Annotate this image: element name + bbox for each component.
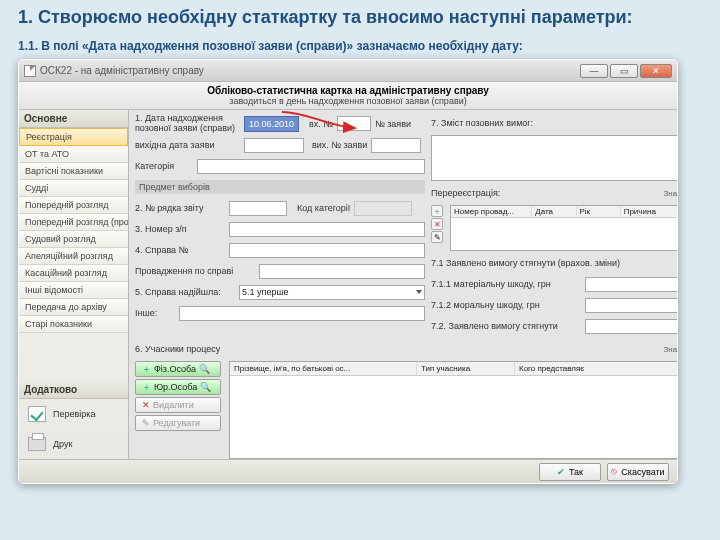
sidebar-item-value-indicators[interactable]: Вартісні показники [19, 163, 128, 180]
participants-col-name: Прізвище, ім'я, по батькові ос... [230, 362, 417, 375]
mini-table-actions: ＋ ✕ ✎ [431, 205, 443, 243]
vx-no-label: вх. № [309, 119, 333, 129]
sidebar-item-registration[interactable]: Реєстрація [19, 128, 128, 146]
rereg-count-badge: Значень: 0 [663, 189, 677, 198]
cancel-button[interactable]: ⦸Скасувати [607, 463, 669, 481]
sidebar-item-judges[interactable]: Судді [19, 180, 128, 197]
add-row-button[interactable]: ＋ [431, 205, 443, 217]
edit-row-button[interactable]: ✎ [431, 231, 443, 243]
claim-recover-field[interactable] [585, 319, 677, 334]
outgoing-no-field[interactable] [371, 138, 421, 153]
field-71-label: 7.1 Заявлено вимогу стягнути (врахов. зм… [431, 258, 620, 268]
search-icon: 🔍 [199, 364, 210, 374]
no-zayavi-label: № заяви [375, 119, 411, 129]
document-icon [24, 65, 36, 77]
add-company-button[interactable]: ＋Юр.Особа🔍 [135, 379, 221, 395]
field-72-label: 7.2. Заявлено вимогу стягнути [431, 321, 581, 331]
other-label: Інше: [135, 308, 175, 318]
rereg-label: Перереєстрація: [431, 188, 500, 198]
check-icon: ✔ [557, 467, 565, 477]
app-header-subtitle: заводиться в день надходження позовної з… [19, 96, 677, 106]
category-code-field[interactable] [354, 201, 412, 216]
field-712-label: 7.1.2 моральну шкоду, грн [431, 300, 581, 310]
outgoing-date-label: вихідна дата заяви [135, 140, 240, 150]
sidebar-item-other-info[interactable]: Інші відомості [19, 282, 128, 299]
sidebar-item-cassation[interactable]: Касаційний розгляд [19, 265, 128, 282]
field-3-label: 3. Номер з/п [135, 224, 225, 234]
minimize-button[interactable]: — [580, 64, 608, 78]
ok-button[interactable]: ✔Так [539, 463, 601, 481]
participants-count-badge: Значень: 0 [663, 345, 677, 354]
app-window: ОСК22 - на адміністративну справу — ▭ ✕ … [18, 59, 678, 484]
case-arrived-select[interactable]: 5.1 уперше [239, 285, 425, 300]
delete-row-button[interactable]: ✕ [431, 218, 443, 230]
field-2-label: 2. № рядка звіту [135, 203, 225, 213]
maximize-button[interactable]: ▭ [610, 64, 638, 78]
tool-print[interactable]: Друк [19, 429, 128, 459]
slide-subtitle: 1.1. В полі «Дата надходження позовної з… [18, 39, 702, 53]
rereg-col-date: Дата [532, 206, 576, 217]
proceedings-label: Провадження по справі [135, 266, 255, 276]
case-number-field[interactable] [229, 243, 425, 258]
cancel-label: Скасувати [621, 467, 664, 477]
rereg-table[interactable]: Номер провад... Дата Рік Причина [450, 205, 677, 251]
sidebar-item-archive[interactable]: Передача до архіву [19, 299, 128, 316]
rereg-col-reason: Причина [621, 206, 677, 217]
vx-no-field[interactable] [337, 116, 371, 131]
window-title: ОСК22 - на адміністративну справу [40, 65, 204, 76]
sidebar-item-appeal[interactable]: Апеляційний розгляд [19, 248, 128, 265]
rereg-col-year: Рік [577, 206, 621, 217]
sidebar-item-old-indicators[interactable]: Старі показники [19, 316, 128, 333]
ok-label: Так [569, 467, 583, 477]
material-damage-field[interactable] [585, 277, 677, 292]
outgoing-no-label: вих. № заяви [312, 140, 367, 150]
add-person-label: Фіз.Особа [154, 364, 196, 374]
form-area: 1. Дата надходження позовної заяви (спра… [129, 110, 677, 459]
plus-icon: ＋ [142, 363, 151, 376]
field-7-label: 7. Зміст позовних вимог: [431, 118, 533, 128]
slide-title: 1. Створюємо необхідну статкартку та вно… [18, 6, 702, 29]
sidebar: Основне Реєстрація ОТ та АТО Вартісні по… [19, 110, 129, 459]
titlebar: ОСК22 - на адміністративну справу — ▭ ✕ [19, 60, 677, 82]
field-711-label: 7.1.1 матеріальну шкоду, грн [431, 279, 581, 289]
add-person-button[interactable]: ＋Фіз.Особа🔍 [135, 361, 221, 377]
print-icon [28, 437, 46, 451]
sidebar-item-preliminary[interactable]: Попередній розгляд [19, 197, 128, 214]
moral-damage-field[interactable] [585, 298, 677, 313]
serial-number-field[interactable] [229, 222, 425, 237]
participants-col-represents: Кого представляє [515, 362, 677, 375]
delete-participant-button[interactable]: ✕Видалити [135, 397, 221, 413]
claims-textarea[interactable] [431, 135, 677, 181]
sidebar-section-main: Основне [19, 110, 128, 128]
edit-participant-label: Редагувати [153, 418, 200, 428]
check-icon [28, 406, 46, 422]
add-company-label: Юр.Особа [154, 382, 197, 392]
sidebar-section-extra: Додатково [19, 381, 128, 399]
field-1-label: 1. Дата надходження позовної заяви (спра… [135, 114, 240, 133]
row-number-field[interactable] [229, 201, 287, 216]
edit-participant-button[interactable]: ✎Редагувати [135, 415, 221, 431]
field-4-label: 4. Справа № [135, 245, 225, 255]
search-icon: 🔍 [200, 382, 211, 392]
cancel-icon: ⦸ [611, 466, 617, 477]
sidebar-item-preliminary-cont[interactable]: Попередній розгляд (продовж...) [19, 214, 128, 231]
chevron-down-icon [416, 290, 422, 294]
field-5-label: 5. Справа надійшла: [135, 287, 235, 297]
outgoing-date-field[interactable] [244, 138, 304, 153]
close-button[interactable]: ✕ [640, 64, 672, 78]
field-6-label: 6. Учасники процесу [135, 344, 220, 354]
tool-check[interactable]: Перевірка [19, 399, 128, 429]
participants-col-type: Тип учасника [417, 362, 515, 375]
tool-check-label: Перевірка [53, 409, 95, 419]
sidebar-item-court[interactable]: Судовий розгляд [19, 231, 128, 248]
date-received-field[interactable]: 10.06.2010 [244, 116, 299, 132]
other-field[interactable] [179, 306, 425, 321]
proceedings-field[interactable] [259, 264, 425, 279]
category-field[interactable] [197, 159, 425, 174]
participants-table[interactable]: Прізвище, ім'я, по батькові ос... Тип уч… [229, 361, 677, 459]
sidebar-item-ot-ato[interactable]: ОТ та АТО [19, 146, 128, 163]
app-header-title: Обліково-статистична картка на адміністр… [19, 85, 677, 96]
footer: ✔Так ⦸Скасувати [19, 459, 677, 483]
delete-participant-label: Видалити [153, 400, 194, 410]
delete-icon: ✕ [142, 400, 150, 410]
